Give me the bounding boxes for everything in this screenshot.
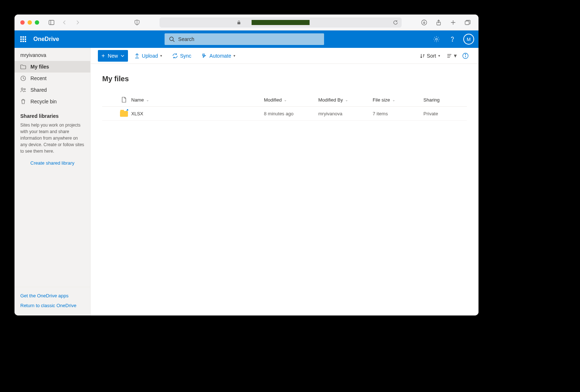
- sidebar-item-shared[interactable]: Shared: [14, 84, 90, 96]
- lock-icon: [237, 20, 241, 25]
- new-button[interactable]: + New: [98, 50, 128, 62]
- window-close-button[interactable]: [20, 20, 25, 25]
- new-tab-icon[interactable]: [448, 17, 458, 28]
- window-minimize-button[interactable]: [28, 20, 32, 25]
- back-button[interactable]: [59, 17, 70, 28]
- chevron-down-icon: ▾: [160, 54, 162, 58]
- upload-button[interactable]: Upload ▾: [131, 50, 165, 62]
- upload-label: Upload: [142, 53, 158, 59]
- svg-rect-8: [465, 21, 469, 25]
- file-type-column-icon[interactable]: [117, 97, 131, 103]
- return-classic-link[interactable]: Return to classic OneDrive: [14, 301, 90, 310]
- settings-button[interactable]: [429, 32, 444, 46]
- svg-rect-3: [237, 22, 240, 24]
- help-icon: [449, 36, 456, 42]
- sort-button[interactable]: Sort ▾: [417, 50, 444, 62]
- list-view-icon: [447, 54, 453, 58]
- info-button[interactable]: [460, 50, 471, 62]
- chevron-down-icon: ▾: [438, 54, 440, 58]
- sync-icon: [172, 53, 178, 59]
- create-shared-library-link[interactable]: Create shared library: [14, 159, 90, 167]
- row-sharing: Private: [423, 111, 467, 116]
- chevron-down-icon: ▾: [233, 54, 235, 58]
- people-icon: [20, 87, 26, 93]
- sidebar-item-label: Recycle bin: [30, 99, 57, 104]
- plus-icon: +: [102, 53, 105, 59]
- column-sharing[interactable]: Sharing: [423, 97, 467, 103]
- sidebar-item-recycle-bin[interactable]: Recycle bin: [14, 96, 90, 107]
- search-box[interactable]: [165, 33, 324, 45]
- search-icon: [169, 36, 175, 42]
- search-input[interactable]: [178, 36, 320, 42]
- chevron-down-icon: ⌄: [345, 98, 348, 102]
- window-zoom-button[interactable]: [35, 20, 39, 25]
- user-avatar[interactable]: M: [463, 34, 474, 45]
- sidebar-username: mryivanova: [14, 48, 90, 61]
- svg-point-9: [170, 37, 173, 41]
- upload-icon: [134, 53, 140, 59]
- onedrive-header: OneDrive M: [14, 30, 478, 48]
- address-bar[interactable]: [160, 17, 402, 28]
- forward-button[interactable]: [72, 17, 83, 28]
- page-title: My files: [102, 75, 467, 83]
- shared-libraries-heading: Shared libraries: [14, 107, 90, 122]
- chevron-down-icon: ▾: [454, 52, 457, 59]
- file-table: Name ⌄ Modified ⌄ Modified By ⌄ File s: [102, 93, 467, 121]
- svg-rect-0: [49, 20, 54, 25]
- column-modified-by[interactable]: Modified By ⌄: [318, 97, 373, 103]
- chevron-down-icon: ⌄: [146, 98, 149, 102]
- sidebar-item-label: My files: [30, 64, 49, 70]
- shared-libraries-description: Sites help you work on projects with you…: [14, 122, 90, 159]
- document-icon: [121, 97, 127, 103]
- sync-label: Sync: [180, 53, 191, 59]
- view-options-button[interactable]: ▾: [446, 50, 457, 62]
- row-modified: 8 minutes ago: [264, 111, 318, 116]
- automate-label: Automate: [210, 53, 231, 59]
- column-file-size[interactable]: File size ⌄: [373, 97, 423, 103]
- svg-point-11: [436, 38, 438, 40]
- row-modified-by: mryivanova: [318, 111, 373, 116]
- sidebar-item-my-files[interactable]: My files: [14, 61, 90, 73]
- link-overlay-icon: [126, 109, 129, 112]
- sync-button[interactable]: Sync: [169, 50, 195, 62]
- table-row[interactable]: XLSX 8 minutes ago mryivanova 7 items Pr…: [102, 107, 467, 121]
- folder-icon: [120, 110, 128, 117]
- sort-label: Sort: [427, 53, 436, 59]
- info-icon: [462, 53, 469, 59]
- automate-icon: [202, 53, 207, 59]
- svg-line-10: [173, 40, 174, 42]
- column-name[interactable]: Name ⌄: [131, 97, 264, 103]
- row-name: XLSX: [131, 111, 264, 116]
- share-icon[interactable]: [434, 17, 444, 28]
- table-header: Name ⌄ Modified ⌄ Modified By ⌄ File s: [102, 93, 467, 107]
- tabs-icon[interactable]: [463, 17, 473, 28]
- downloads-icon[interactable]: [419, 17, 429, 28]
- sidebar-item-label: Shared: [30, 87, 47, 93]
- trash-icon: [20, 99, 26, 104]
- chevron-down-icon: ⌄: [392, 98, 395, 102]
- sidebar-item-label: Recent: [30, 75, 46, 81]
- svg-point-14: [21, 88, 23, 90]
- sidebar-item-recent[interactable]: Recent: [14, 73, 90, 84]
- brand-label: OneDrive: [33, 36, 59, 42]
- get-onedrive-apps-link[interactable]: Get the OneDrive apps: [14, 291, 90, 301]
- sort-icon: [420, 53, 424, 58]
- reload-icon[interactable]: [393, 20, 398, 25]
- svg-point-15: [24, 88, 25, 90]
- app-launcher-button[interactable]: [14, 30, 32, 48]
- sidebar: mryivanova My files Recent: [14, 48, 91, 315]
- help-button[interactable]: [445, 32, 460, 46]
- shield-icon[interactable]: [132, 17, 142, 28]
- new-button-label: New: [108, 53, 118, 59]
- chevron-down-icon: [121, 55, 124, 57]
- browser-chrome: [14, 15, 478, 30]
- svg-point-12: [452, 41, 453, 41]
- row-file-size: 7 items: [373, 111, 423, 116]
- gear-icon: [433, 36, 440, 42]
- sidebar-toggle-icon[interactable]: [46, 17, 57, 28]
- folder-icon: [20, 64, 26, 70]
- chevron-down-icon: ⌄: [284, 98, 287, 102]
- command-bar: + New Upload ▾ Sync Automate ▾: [91, 48, 478, 64]
- column-modified[interactable]: Modified ⌄: [264, 97, 318, 103]
- automate-button[interactable]: Automate ▾: [198, 50, 239, 62]
